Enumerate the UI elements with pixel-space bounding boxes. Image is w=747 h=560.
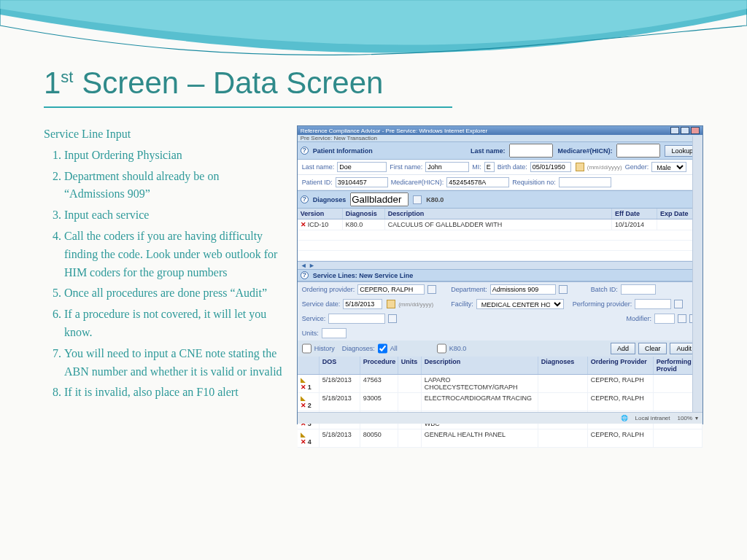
service-date-input[interactable]	[343, 299, 382, 309]
facility-select[interactable]: MEDICAL CENTER HOSPI	[476, 299, 564, 309]
scrollbar-vertical[interactable]	[692, 136, 703, 412]
service-row[interactable]: ◣ ✕25/18/201393005ELECTROCARDIOGRAM TRAC…	[298, 393, 703, 411]
status-bar: 🌐 Local intranet 100% ▾	[298, 412, 703, 424]
list-item: You will need to input a CNE note statin…	[64, 345, 282, 381]
add-icon[interactable]	[678, 314, 686, 323]
search-icon[interactable]	[674, 300, 683, 308]
delete-icon[interactable]: ✕	[301, 221, 306, 228]
title-post: Screen – Data Screen	[73, 66, 383, 100]
service-input[interactable]	[328, 314, 385, 324]
service-row[interactable]: ◣ ✕15/18/201347563LAPARO CHOLECYSTECTOMY…	[298, 375, 703, 393]
list-item: Input Ordering Physician	[64, 147, 282, 165]
title-sup: st	[61, 68, 73, 86]
firstname-input[interactable]	[425, 162, 469, 172]
list-item: Call the coders if you are having diffic…	[64, 228, 282, 281]
maximize-button[interactable]	[681, 127, 689, 134]
chevron-down-icon[interactable]: ▾	[695, 415, 698, 421]
lastname-input[interactable]	[337, 162, 387, 172]
search-icon[interactable]	[559, 285, 568, 294]
department-input[interactable]	[490, 284, 556, 295]
hicn-input[interactable]	[446, 177, 509, 187]
calendar-icon[interactable]	[576, 163, 584, 171]
subtitle: Service Line Input	[44, 125, 282, 144]
list-item: If it is invalid, also place an F10 aler…	[64, 384, 282, 402]
birthdate-input[interactable]	[530, 162, 571, 172]
calendar-icon[interactable]	[387, 300, 395, 308]
app-screenshot: Reference Compliance Advisor - Pre Servi…	[297, 125, 703, 424]
search-icon[interactable]	[413, 195, 422, 204]
diagnosis-row[interactable]: ✕ICD-10 K80.0 CALCULUS OF GALLBLADDER WI…	[298, 219, 703, 230]
modifier-input[interactable]	[654, 314, 675, 324]
help-icon[interactable]: ?	[301, 195, 309, 203]
zoom-label: 100%	[678, 415, 692, 421]
step-list: Input Ordering Physician Department shou…	[44, 147, 282, 402]
list-item: Once all procedures are done press “Audi…	[64, 284, 282, 303]
list-item: Department should already be on “Admissi…	[64, 168, 282, 204]
history-checkbox[interactable]	[302, 343, 311, 354]
help-icon[interactable]: ?	[301, 147, 309, 155]
list-item: If a procedure is not covered, it will l…	[64, 306, 282, 342]
diagnoses-header: ? Diagnoses K80.0	[298, 190, 703, 209]
patient-info-header: ? Patient Information Last name: Medicar…	[298, 141, 703, 160]
clear-button[interactable]: Clear	[638, 343, 667, 354]
hicn-search-input[interactable]	[616, 144, 660, 158]
service-grid-header: DOS Procedure Units Description Diagnose…	[298, 357, 703, 375]
window-titlebar: Reference Compliance Advisor - Pre Servi…	[298, 126, 703, 135]
k80-checkbox[interactable]	[437, 343, 446, 354]
close-button[interactable]	[691, 127, 700, 134]
title-pre: 1	[44, 66, 61, 100]
help-icon[interactable]: ?	[301, 271, 309, 279]
tabstrip: Pre Service: New Transaction	[298, 135, 703, 141]
slide-title: 1st Screen – Data Screen	[44, 66, 452, 108]
all-checkbox[interactable]	[378, 343, 387, 354]
requisition-input[interactable]	[559, 177, 611, 187]
diagnoses-grid-header: Version Diagnosis Description Eff Date E…	[298, 209, 703, 219]
minimize-button[interactable]	[670, 127, 679, 134]
search-icon[interactable]	[388, 314, 397, 323]
list-item: Input each service	[64, 206, 282, 225]
gender-select[interactable]: Male	[651, 162, 686, 172]
units-input[interactable]	[322, 328, 347, 338]
service-lines-header: ? Service Lines: New Service Line	[298, 269, 703, 281]
batch-id-input[interactable]	[621, 284, 656, 295]
lastname-search-input[interactable]	[509, 144, 553, 158]
performing-provider-input[interactable]	[635, 299, 671, 309]
ordering-provider-input[interactable]	[357, 284, 425, 295]
mi-input[interactable]	[484, 162, 495, 172]
diagnosis-search-input[interactable]	[350, 192, 409, 206]
add-button[interactable]: Add	[611, 343, 635, 354]
window-title: Reference Compliance Advisor - Pre Servi…	[301, 128, 488, 134]
search-icon[interactable]	[427, 285, 436, 294]
globe-icon: 🌐	[621, 415, 628, 421]
service-row[interactable]: ◣ ✕45/18/201380050GENERAL HEALTH PANELCE…	[298, 429, 703, 448]
patientid-input[interactable]	[336, 177, 388, 187]
